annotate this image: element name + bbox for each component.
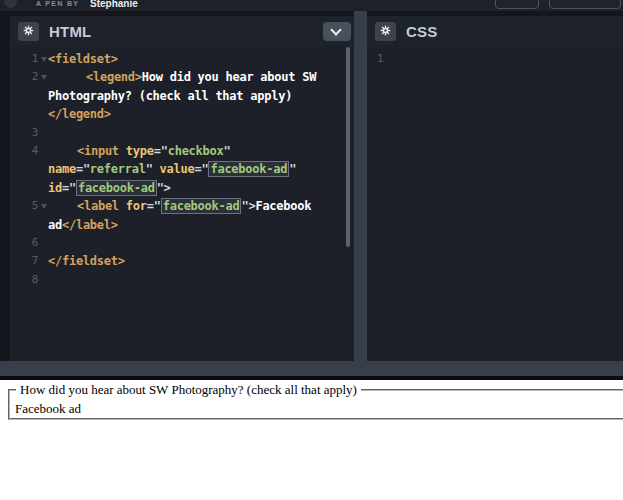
code-line-content <box>48 271 354 289</box>
fold-arrow-icon[interactable] <box>41 75 47 80</box>
html-editor-panel: HTML 1<fieldset>2<legend>How did you hea… <box>10 16 354 361</box>
code-token: </label> <box>62 218 118 232</box>
css-editor-panel: CSS 1 <box>367 16 623 361</box>
editor-preview-resizer[interactable] <box>0 361 623 376</box>
code-line[interactable]: name="referral" value="facebook-ad" <box>10 160 354 178</box>
code-line-content: ad</label> <box>48 216 354 234</box>
fold-arrow-icon[interactable] <box>41 57 47 62</box>
code-line[interactable]: 7</fieldset> <box>10 252 354 270</box>
code-token: <fieldset> <box>48 52 118 66</box>
code-token: <input <box>77 144 119 158</box>
line-number: 7 <box>32 252 38 270</box>
code-line-content: </legend> <box>48 105 354 123</box>
code-token: " <box>223 144 230 158</box>
css-panel-title: CSS <box>406 23 437 40</box>
html-panel-title: HTML <box>49 23 91 40</box>
code-line-gutter: 1 <box>367 50 437 68</box>
preview-fieldset: How did you hear about SW Photography? (… <box>8 382 623 420</box>
pen-by-label: A PEN BY <box>36 0 79 7</box>
line-number: 5 <box>32 197 38 215</box>
code-token: =" <box>76 162 90 176</box>
preview-legend: How did you hear about SW Photography? (… <box>16 382 361 397</box>
code-token: referral <box>90 162 146 176</box>
topbar-action-button-2[interactable] <box>549 0 621 9</box>
code-line-gutter <box>10 216 48 234</box>
pen-author-link[interactable]: Stephanie <box>90 0 138 9</box>
code-line-gutter <box>10 105 48 123</box>
line-number: 4 <box>32 142 38 160</box>
codepen-editor-page: A PEN BY Stephanie <box>0 0 623 500</box>
html-collapse-button[interactable] <box>323 22 351 41</box>
code-line-gutter: 2 <box>10 68 48 86</box>
code-token: =" <box>194 162 208 176</box>
code-token: type <box>119 144 154 158</box>
css-code-editor[interactable]: 1 <box>367 46 623 361</box>
code-line[interactable]: 5<label for="facebook-ad">Facebook <box>10 197 354 215</box>
code-line[interactable]: </legend> <box>10 105 354 123</box>
code-line-gutter: 4 <box>10 142 48 160</box>
code-token: =" <box>147 199 161 213</box>
code-line[interactable]: 4<input type="checkbox" <box>10 142 354 160</box>
code-line-gutter: 5 <box>10 197 48 215</box>
topbar-action-button-1[interactable] <box>495 0 539 9</box>
css-panel-header: CSS <box>367 16 623 46</box>
code-line[interactable]: 6 <box>10 234 354 252</box>
code-token: How did you hear about SW <box>142 70 316 84</box>
html-editor-scrollbar[interactable] <box>346 47 350 247</box>
code-line-gutter <box>10 160 48 178</box>
code-token: =" <box>62 181 76 195</box>
code-line-content: </fieldset> <box>48 252 354 270</box>
line-number: 2 <box>32 68 38 86</box>
line-number: 1 <box>377 50 383 68</box>
code-line-content <box>48 234 354 252</box>
line-number: 6 <box>32 234 38 252</box>
code-token: <label <box>77 199 119 213</box>
preview-pane: How did you hear about SW Photography? (… <box>0 380 623 500</box>
code-line-gutter <box>10 87 48 105</box>
code-line-gutter: 7 <box>10 252 48 270</box>
pen-owner-avatar-icon[interactable] <box>4 0 17 8</box>
code-line-content: <input type="checkbox" <box>48 142 354 160</box>
code-line-content <box>437 50 623 68</box>
code-token: " <box>289 162 296 176</box>
code-line-content: <legend>How did you hear about SW <box>48 68 354 86</box>
code-token: "> <box>241 199 255 213</box>
gear-icon <box>23 22 34 40</box>
line-number: 1 <box>32 50 38 68</box>
fold-arrow-icon[interactable] <box>41 204 47 209</box>
css-settings-button[interactable] <box>375 22 396 41</box>
code-token: name <box>48 162 76 176</box>
code-token: "> <box>157 181 171 195</box>
code-token: Photography? (check all that apply) <box>48 89 292 103</box>
html-code-editor[interactable]: 1<fieldset>2<legend>How did you hear abo… <box>10 46 354 361</box>
line-number: 8 <box>32 271 38 289</box>
line-number: 3 <box>32 124 38 142</box>
code-token: for <box>119 199 147 213</box>
panel-resizer-vertical[interactable] <box>354 11 367 361</box>
code-line[interactable]: id="facebook-ad"> <box>10 179 354 197</box>
code-line[interactable]: ad</label> <box>10 216 354 234</box>
code-line[interactable]: 3 <box>10 124 354 142</box>
code-line-content: Photography? (check all that apply) <box>48 87 354 105</box>
code-token: </fieldset> <box>48 254 125 268</box>
code-token: " <box>146 162 160 176</box>
matched-token: facebook-ad <box>161 198 242 214</box>
gear-icon <box>380 22 391 40</box>
code-line-content: <label for="facebook-ad">Facebook <box>48 197 354 215</box>
code-line[interactable]: 8 <box>10 271 354 289</box>
code-line[interactable]: 1 <box>367 50 623 68</box>
code-line-gutter <box>10 179 48 197</box>
code-token: id <box>48 181 62 195</box>
code-token: value <box>160 162 195 176</box>
code-line[interactable]: 1<fieldset> <box>10 50 354 68</box>
code-line[interactable]: Photography? (check all that apply) <box>10 87 354 105</box>
code-line-content: name="referral" value="facebook-ad" <box>48 160 354 178</box>
code-token: </legend> <box>48 107 111 121</box>
code-line-content <box>48 124 354 142</box>
preview-checkbox-label[interactable]: Facebook ad <box>15 401 623 417</box>
matched-token: facebook-ad <box>208 161 289 177</box>
chevron-down-icon <box>330 24 341 35</box>
code-line-gutter: 6 <box>10 234 48 252</box>
code-line[interactable]: 2<legend>How did you hear about SW <box>10 68 354 86</box>
html-settings-button[interactable] <box>18 22 39 41</box>
